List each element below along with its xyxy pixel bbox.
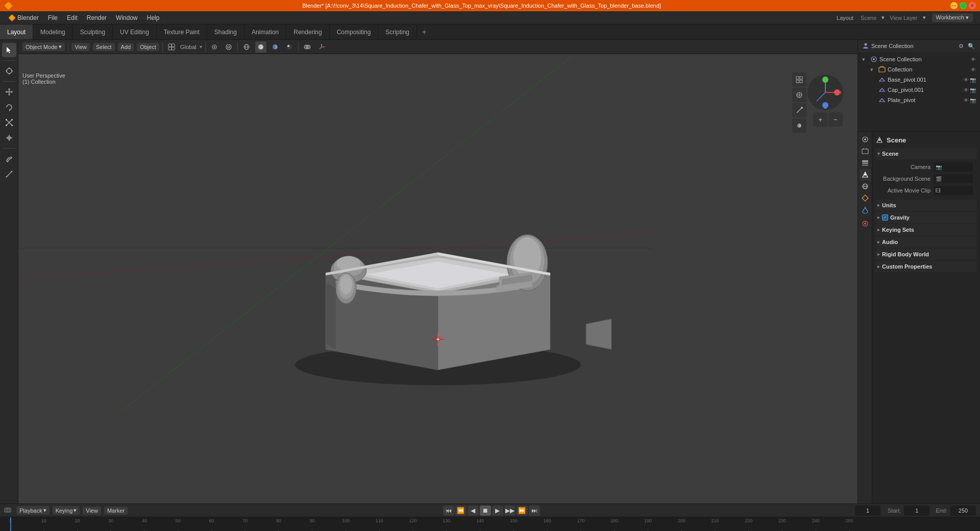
- engine-select[interactable]: Workbench ▾: [932, 13, 973, 22]
- tool-move[interactable]: [2, 85, 16, 99]
- tool-cursor[interactable]: [2, 64, 16, 78]
- tool-annotate[interactable]: [2, 152, 16, 166]
- object-mode-select[interactable]: Object Mode ▾: [22, 42, 65, 51]
- outliner-search[interactable]: 🔍: [967, 41, 976, 51]
- vp-gizmo-icon[interactable]: [316, 41, 327, 53]
- maximize-button[interactable]: □: [960, 2, 967, 9]
- bg-scene-value[interactable]: 🎬: [934, 174, 973, 183]
- cap-pivot-render[interactable]: 📷: [970, 87, 976, 93]
- tl-prev-keyframe[interactable]: ⏪: [455, 505, 467, 516]
- close-button[interactable]: ✕: [969, 2, 976, 9]
- tab-shading[interactable]: Shading: [207, 25, 244, 39]
- section-units-header[interactable]: ▸ Units: [875, 200, 977, 211]
- plate-pivot-render[interactable]: 📷: [970, 98, 976, 103]
- vp-proportional-icon[interactable]: [223, 41, 234, 53]
- menu-help[interactable]: Help: [143, 13, 164, 22]
- vp-zoom-out[interactable]: −: [828, 112, 843, 127]
- menu-file[interactable]: File: [44, 13, 62, 22]
- menu-render[interactable]: Render: [83, 13, 111, 22]
- prop-tab-world[interactable]: [860, 181, 871, 192]
- menu-blender[interactable]: 🔶 Blender: [4, 13, 43, 22]
- section-rigid-header[interactable]: ▸ Rigid Body World: [875, 249, 977, 260]
- tool-measure[interactable]: [2, 167, 16, 181]
- viewport[interactable]: Object Mode ▾ View Select Add Object Glo…: [18, 40, 857, 503]
- vp-overlay-icon[interactable]: [302, 41, 313, 53]
- vp-material-btn[interactable]: [270, 41, 281, 53]
- base-pivot-render[interactable]: 📷: [970, 77, 976, 83]
- vp-add-menu[interactable]: Add: [118, 43, 134, 51]
- scene-toggle[interactable]: ▾: [862, 56, 868, 63]
- outliner-base-pivot[interactable]: Base_pivot.001 👁 📷: [858, 75, 980, 85]
- vp-tool-1[interactable]: [792, 73, 806, 87]
- camera-value[interactable]: 📷: [934, 162, 973, 172]
- outliner-filter[interactable]: ⚙: [957, 41, 966, 51]
- outliner-plate-pivot[interactable]: Plate_pivot 👁 📷: [858, 95, 980, 105]
- section-gravity-header[interactable]: ▸ ✓ Gravity: [875, 212, 977, 223]
- viewport-canvas[interactable]: User Perspective (1) Collection X Y: [18, 54, 857, 503]
- view-menu-tl[interactable]: View: [83, 506, 101, 515]
- prop-tab-object[interactable]: [860, 192, 871, 204]
- tl-step-forward[interactable]: ▶▶: [504, 505, 516, 516]
- vp-tool-2[interactable]: [792, 88, 806, 102]
- cap-pivot-vis[interactable]: 👁: [964, 87, 969, 93]
- tab-layout[interactable]: Layout: [0, 25, 33, 39]
- tab-texture-paint[interactable]: Texture Paint: [157, 25, 207, 39]
- gravity-checkbox[interactable]: ✓: [882, 214, 888, 221]
- vp-global-select[interactable]: [166, 41, 177, 53]
- tab-animation[interactable]: Animation: [244, 25, 286, 39]
- global-label[interactable]: Global: [180, 44, 197, 50]
- tl-end-frame[interactable]: 250: [950, 505, 976, 516]
- tab-uv-editing[interactable]: UV Editing: [113, 25, 157, 39]
- tab-sculpting[interactable]: Sculpting: [73, 25, 113, 39]
- vp-tool-3[interactable]: [792, 103, 806, 117]
- vp-zoom-in[interactable]: +: [813, 112, 827, 127]
- keying-menu[interactable]: Keying ▾: [53, 506, 80, 515]
- tool-scale[interactable]: [2, 115, 16, 130]
- tab-scripting[interactable]: Scripting: [378, 25, 417, 39]
- tab-rendering[interactable]: Rendering: [286, 25, 329, 39]
- tl-step-back[interactable]: ◀: [468, 505, 479, 516]
- tl-play[interactable]: ▶: [492, 505, 503, 516]
- menu-window[interactable]: Window: [112, 13, 142, 22]
- tl-start-frame[interactable]: 1: [904, 505, 929, 516]
- vp-tool-4[interactable]: [792, 118, 806, 133]
- outliner-scene-collection[interactable]: ▾ Scene Collection 👁: [858, 54, 980, 64]
- collection-vis[interactable]: 👁: [971, 67, 976, 73]
- outliner-collection[interactable]: ▾ Collection 👁: [858, 64, 980, 75]
- tool-select[interactable]: [2, 43, 16, 57]
- menu-edit[interactable]: Edit: [63, 13, 82, 22]
- outliner-cap-pivot[interactable]: Cap_pivot.001 👁 📷: [858, 85, 980, 95]
- playback-menu[interactable]: Playback ▾: [16, 506, 50, 515]
- movie-clip-value[interactable]: 🎞: [934, 186, 973, 195]
- tool-transform[interactable]: [2, 131, 16, 145]
- section-keying-header[interactable]: ▸ Keying Sets: [875, 224, 977, 235]
- base-pivot-vis[interactable]: 👁: [964, 77, 969, 83]
- section-audio-header[interactable]: ▸ Audio: [875, 236, 977, 248]
- prop-tab-view-layer[interactable]: [860, 157, 871, 168]
- vp-select-menu[interactable]: Select: [93, 43, 115, 51]
- vp-snap-icon[interactable]: [209, 41, 220, 53]
- tab-modeling[interactable]: Modeling: [33, 25, 73, 39]
- plate-pivot-vis[interactable]: 👁: [964, 98, 969, 103]
- prop-tab-physics[interactable]: [860, 218, 871, 229]
- prop-tab-render[interactable]: [860, 134, 871, 145]
- vp-rendered-btn[interactable]: [284, 41, 295, 53]
- tl-stop[interactable]: ⏹: [480, 505, 491, 516]
- minimize-button[interactable]: —: [950, 2, 958, 9]
- section-scene-header[interactable]: ▾ Scene: [875, 148, 977, 159]
- prop-tab-output[interactable]: [860, 146, 871, 157]
- tl-jump-end[interactable]: ⏭: [529, 505, 540, 516]
- collection-toggle[interactable]: ▾: [870, 66, 876, 73]
- vp-object-menu[interactable]: Object: [137, 43, 159, 51]
- tl-next-keyframe[interactable]: ⏩: [517, 505, 528, 516]
- tool-rotate[interactable]: [2, 100, 16, 114]
- tl-current-frame[interactable]: 1: [855, 505, 880, 516]
- prop-tab-scene[interactable]: [860, 169, 871, 180]
- section-custom-header[interactable]: ▸ Custom Properties: [875, 261, 977, 272]
- add-tab-button[interactable]: +: [417, 25, 431, 39]
- prop-tab-modifier[interactable]: [860, 204, 871, 215]
- vp-solid-btn[interactable]: [255, 41, 266, 53]
- vp-view-menu[interactable]: View: [71, 43, 90, 51]
- vp-wireframe-btn[interactable]: [241, 41, 252, 53]
- scene-vis[interactable]: 👁: [971, 57, 976, 62]
